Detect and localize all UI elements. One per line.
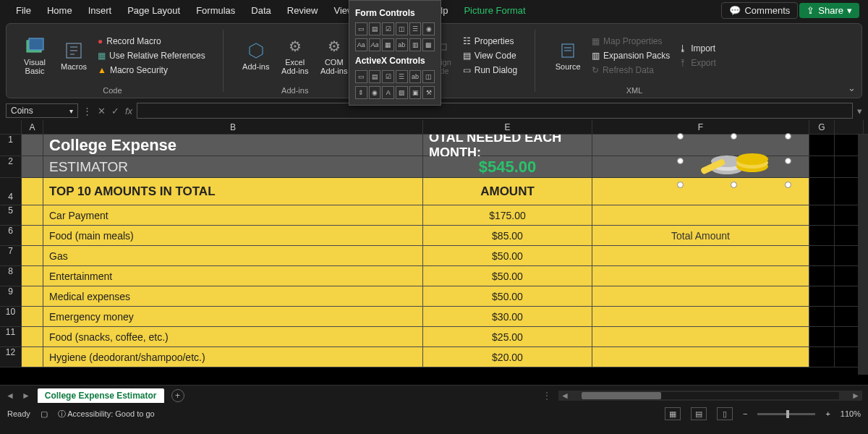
scrollbar-control-icon[interactable]: Aa <box>369 38 381 51</box>
macro-record-icon[interactable]: ▢ <box>41 409 48 419</box>
comments-button[interactable]: 💬Comments <box>721 2 798 19</box>
tab-pagelayout[interactable]: Page Layout <box>120 2 187 19</box>
cell[interactable] <box>592 266 809 286</box>
col-header[interactable]: E <box>423 120 592 134</box>
col-header[interactable]: G <box>809 120 835 134</box>
tab-file[interactable]: File <box>9 2 38 19</box>
combo-control-icon[interactable]: ▤ <box>369 22 381 35</box>
accessibility-status[interactable]: ⓘ Accessibility: Good to go <box>58 409 155 420</box>
tab-data[interactable]: Data <box>244 2 278 19</box>
cell[interactable] <box>809 135 835 156</box>
cell[interactable] <box>592 327 809 347</box>
enter-icon[interactable]: ✓ <box>111 106 119 116</box>
cell[interactable] <box>22 226 43 246</box>
macros-button[interactable]: Macros <box>56 28 92 83</box>
button-control-icon[interactable]: ▭ <box>355 22 367 35</box>
cell[interactable]: $50.00 <box>423 266 592 286</box>
cell[interactable]: Food (main meals) <box>43 226 423 246</box>
cell[interactable]: ESTIMATOR <box>43 156 423 178</box>
formula-bar[interactable] <box>137 103 853 119</box>
import-button[interactable]: ⭳Import <box>676 42 719 55</box>
cell[interactable]: $25.00 <box>423 327 592 347</box>
row-header[interactable]: 9 <box>0 286 22 307</box>
cell[interactable] <box>809 347 835 367</box>
normal-view-button[interactable]: ▦ <box>665 407 681 420</box>
horizontal-scrollbar[interactable]: ◄► <box>558 391 862 401</box>
ax-combo-icon[interactable]: ▤ <box>369 70 381 83</box>
cell[interactable] <box>22 266 43 286</box>
expand-formula-icon[interactable]: ▾ <box>857 106 862 116</box>
tab-home[interactable]: Home <box>40 2 80 19</box>
cell[interactable]: $20.00 <box>423 347 592 367</box>
cell[interactable] <box>809 156 835 178</box>
macro-security-button[interactable]: ▲Macro Security <box>95 64 208 77</box>
ax-toggle-icon[interactable]: ▣ <box>409 86 422 99</box>
cell[interactable]: Entertainment <box>43 266 423 286</box>
cell[interactable] <box>592 205 809 226</box>
combobox-control-icon[interactable]: ▥ <box>409 38 422 51</box>
ax-option-icon[interactable]: ◉ <box>369 86 381 99</box>
ax-list-icon[interactable]: ☰ <box>396 70 408 83</box>
ax-text-icon[interactable]: ab <box>409 70 422 83</box>
cell[interactable]: $85.00 <box>423 226 592 246</box>
collapse-ribbon-button[interactable]: ⌄ <box>848 82 856 93</box>
label-control-icon[interactable]: Aa <box>355 38 367 51</box>
next-sheet-icon[interactable]: ► <box>22 391 30 401</box>
tab-pictureformat[interactable]: Picture Format <box>456 2 532 19</box>
cell[interactable] <box>592 347 809 367</box>
fx-icon[interactable]: fx <box>125 106 132 116</box>
source-button[interactable]: Source <box>550 28 586 83</box>
cell[interactable] <box>592 286 809 307</box>
cell[interactable]: $50.00 <box>423 286 592 307</box>
cell[interactable]: OTAL NEEDED EACH MONTH: <box>423 135 592 156</box>
prev-sheet-icon[interactable]: ◄ <box>6 391 14 401</box>
select-all-corner[interactable] <box>0 120 22 134</box>
col-header[interactable]: B <box>43 120 423 134</box>
cell[interactable] <box>809 226 835 246</box>
add-sheet-button[interactable]: + <box>171 389 184 402</box>
share-button[interactable]: ⇪Share▾ <box>799 3 859 18</box>
relative-refs-button[interactable]: ▦Use Relative References <box>95 49 208 62</box>
zoom-slider[interactable] <box>757 413 815 415</box>
row-header[interactable]: 8 <box>0 266 22 286</box>
option-control-icon[interactable]: ◉ <box>422 22 435 35</box>
page-layout-button[interactable]: ▤ <box>691 407 707 420</box>
page-break-button[interactable]: ▯ <box>717 407 733 420</box>
cell[interactable] <box>809 205 835 226</box>
cell[interactable]: $30.00 <box>423 307 592 327</box>
cell[interactable]: $545.00 <box>423 156 592 178</box>
row-header[interactable]: 4 <box>0 178 22 205</box>
cell[interactable] <box>809 266 835 286</box>
cell[interactable] <box>22 178 43 205</box>
record-macro-button[interactable]: ●Record Macro <box>95 35 208 48</box>
cancel-icon[interactable]: ✕ <box>98 106 106 116</box>
cell[interactable] <box>22 156 43 178</box>
ax-checkbox-icon[interactable]: ☑ <box>382 70 394 83</box>
image-control-icon[interactable]: ▩ <box>422 38 435 51</box>
groupbox-control-icon[interactable]: ▦ <box>382 38 394 51</box>
tab-review[interactable]: Review <box>280 2 326 19</box>
row-header[interactable]: 12 <box>0 347 22 367</box>
cell[interactable] <box>22 307 43 327</box>
visual-basic-button[interactable]: Visual Basic <box>17 28 53 83</box>
cell[interactable]: College Expense <box>43 135 423 156</box>
row-header[interactable]: 5 <box>0 205 22 226</box>
row-header[interactable]: 10 <box>0 307 22 327</box>
col-header[interactable]: F <box>592 120 809 134</box>
cell[interactable]: Medical expenses <box>43 286 423 307</box>
row-header[interactable]: 7 <box>0 246 22 266</box>
cell[interactable]: Gas <box>43 246 423 266</box>
zoom-in-button[interactable]: + <box>825 409 830 418</box>
cell[interactable]: Car Payment <box>43 205 423 226</box>
cell[interactable] <box>809 307 835 327</box>
ax-button-icon[interactable]: ▭ <box>355 70 367 83</box>
row-header[interactable]: 6 <box>0 226 22 246</box>
spin-control-icon[interactable]: ◫ <box>396 22 408 35</box>
cell[interactable]: AMOUNT <box>423 178 592 205</box>
cell[interactable] <box>592 307 809 327</box>
cell[interactable]: $50.00 <box>423 246 592 266</box>
cell[interactable] <box>22 347 43 367</box>
ax-image-icon[interactable]: ▨ <box>396 86 408 99</box>
ax-spin-icon[interactable]: ⇕ <box>355 86 367 99</box>
zoom-out-button[interactable]: − <box>743 409 747 418</box>
